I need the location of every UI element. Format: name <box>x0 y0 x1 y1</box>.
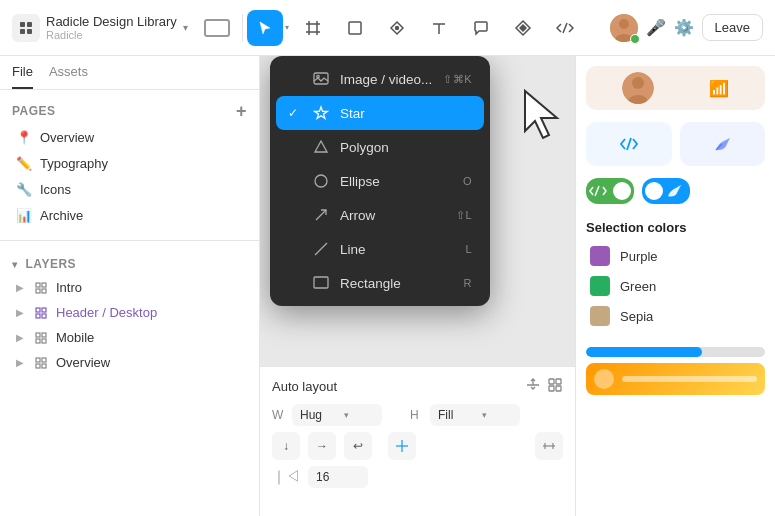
color-label-sepia: Sepia <box>620 309 653 324</box>
menu-label-arrow: Arrow <box>340 208 446 223</box>
comment-tool-button[interactable] <box>463 10 499 46</box>
layout-spacing-button[interactable] <box>535 432 563 460</box>
height-input-group[interactable]: ▾ <box>430 404 520 426</box>
toggle-code-button[interactable] <box>586 178 634 204</box>
text-tool-button[interactable] <box>421 10 457 46</box>
auto-layout-header: Auto layout <box>272 377 563 396</box>
select-tool-button[interactable] <box>247 10 283 46</box>
layers-section-header: ▾ Layers <box>0 253 259 275</box>
menu-item-rectangle[interactable]: Rectangle R <box>276 266 484 300</box>
brand-title: Radicle Design Library <box>46 14 177 29</box>
rectangle-tool-button[interactable] <box>337 10 373 46</box>
leaf-plugin-card[interactable] <box>680 122 766 166</box>
shape-dropdown-menu: Image / video... ⇧⌘K ✓ Star <box>270 56 490 306</box>
layer-item-mobile[interactable]: ▶ Mobile <box>0 325 259 350</box>
layer-grid-icon-3 <box>34 331 48 345</box>
layer-item-overview[interactable]: ▶ Overview <box>0 350 259 375</box>
direction-right-button[interactable]: → <box>308 432 336 460</box>
menu-check-star: ✓ <box>288 106 302 120</box>
component-tool-button[interactable] <box>505 10 541 46</box>
width-input[interactable] <box>300 408 340 422</box>
menu-item-ellipse[interactable]: Ellipse O <box>276 164 484 198</box>
tab-assets[interactable]: Assets <box>49 64 88 89</box>
width-input-group[interactable]: ▾ <box>292 404 382 426</box>
svg-line-53 <box>595 186 599 196</box>
pen-tool-button[interactable] <box>379 10 415 46</box>
layer-grid-icon <box>34 281 48 295</box>
page-item-archive[interactable]: 📊 Archive <box>0 202 259 228</box>
page-overview-icon: 📍 <box>16 129 32 145</box>
brand-chevron-icon: ▾ <box>183 22 188 33</box>
height-dropdown-icon[interactable]: ▾ <box>482 410 487 420</box>
svg-rect-40 <box>549 386 554 391</box>
plugin-cards-row: 📶 <box>586 66 765 110</box>
svg-rect-2 <box>20 29 25 34</box>
svg-line-12 <box>563 23 567 33</box>
layer-intro-label: Intro <box>56 280 82 295</box>
menu-item-line[interactable]: Line L <box>276 232 484 266</box>
selection-colors-title: Selection colors <box>586 220 765 235</box>
page-item-typography[interactable]: ✏️ Typography <box>0 150 259 176</box>
color-item-green[interactable]: Green <box>586 271 765 301</box>
menu-label-rectangle: Rectangle <box>340 276 454 291</box>
auto-layout-expand-icon[interactable] <box>525 377 541 396</box>
layer-expand-icon-4: ▶ <box>16 357 24 368</box>
svg-rect-37 <box>314 277 328 288</box>
microphone-icon[interactable]: 🎤 <box>646 18 666 37</box>
add-page-button[interactable]: + <box>236 102 247 120</box>
select-tool-group[interactable]: ▾ <box>247 10 289 46</box>
svg-rect-21 <box>42 308 46 312</box>
menu-icon-polygon <box>312 138 330 156</box>
code-tool-button[interactable] <box>547 10 583 46</box>
left-bracket-icon: ｜◁ <box>272 468 300 486</box>
frame-tool-button[interactable] <box>295 10 331 46</box>
svg-point-50 <box>632 77 644 89</box>
page-item-overview[interactable]: 📍 Overview <box>0 124 259 150</box>
brand-logo[interactable]: Radicle Design Library Radicle ▾ <box>12 14 188 42</box>
canvas-area[interactable]: Image / video... ⇧⌘K ✓ Star <box>260 56 575 516</box>
right-panel: 📶 <box>575 56 775 516</box>
menu-label-star: Star <box>340 106 462 121</box>
layout-grid-button[interactable] <box>388 432 416 460</box>
leave-button[interactable]: Leave <box>702 14 763 41</box>
auto-layout-title: Auto layout <box>272 379 337 394</box>
selection-colors-section: Selection colors Purple Green Sepia <box>586 220 765 331</box>
svg-rect-38 <box>549 379 554 384</box>
layer-item-intro[interactable]: ▶ Intro <box>0 275 259 300</box>
page-item-icons[interactable]: 🔧 Icons <box>0 176 259 202</box>
width-dropdown-icon[interactable]: ▾ <box>344 410 349 420</box>
color-item-purple[interactable]: Purple <box>586 241 765 271</box>
toggle-leaf-button[interactable] <box>642 178 690 204</box>
left-panel: File Assets Pages + 📍 Overview ✏️ Typogr… <box>0 56 260 516</box>
svg-line-52 <box>627 138 631 150</box>
audio-wave-icon: 📶 <box>709 79 729 98</box>
svg-rect-17 <box>42 283 46 287</box>
direction-down-button[interactable]: ↓ <box>272 432 300 460</box>
main-content: File Assets Pages + 📍 Overview ✏️ Typogr… <box>0 56 775 516</box>
layer-item-header-desktop[interactable]: ▶ Header / Desktop <box>0 300 259 325</box>
menu-item-image-video[interactable]: Image / video... ⇧⌘K <box>276 62 484 96</box>
menu-item-arrow[interactable]: Arrow ⇧L <box>276 198 484 232</box>
brand-subtitle: Radicle <box>46 29 177 41</box>
progress-bar-container <box>586 347 765 357</box>
code-plugin-card[interactable] <box>586 122 672 166</box>
menu-label-line: Line <box>340 242 455 257</box>
svg-rect-20 <box>36 308 40 312</box>
layers-toggle-icon[interactable]: ▾ <box>12 259 18 270</box>
settings-icon[interactable]: ⚙️ <box>674 18 694 37</box>
select-tool-chevron-icon: ▾ <box>285 23 289 32</box>
spacing-input[interactable] <box>316 470 340 484</box>
color-item-sepia[interactable]: Sepia <box>586 301 765 331</box>
mic-active-indicator <box>630 34 640 44</box>
height-input[interactable] <box>438 408 478 422</box>
menu-item-polygon[interactable]: Polygon <box>276 130 484 164</box>
menu-shortcut-arrow: ⇧L <box>456 209 472 222</box>
menu-item-star[interactable]: ✓ Star <box>276 96 484 130</box>
auto-layout-options-icon[interactable] <box>547 377 563 396</box>
gradient-icon <box>594 369 614 389</box>
direction-wrap-button[interactable]: ↩ <box>344 432 372 460</box>
tab-file[interactable]: File <box>12 64 33 89</box>
width-label: W <box>272 408 284 422</box>
spacing-input-group[interactable] <box>308 466 368 488</box>
layer-expand-icon: ▶ <box>16 282 24 293</box>
